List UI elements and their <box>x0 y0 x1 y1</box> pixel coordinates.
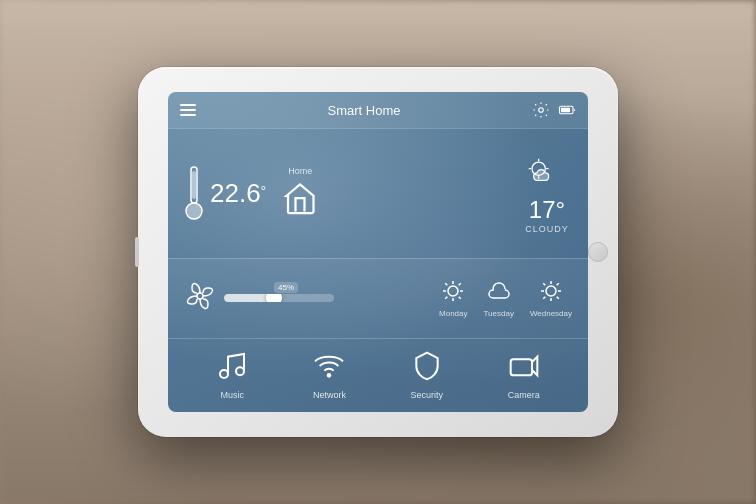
svg-point-11 <box>197 293 203 299</box>
music-label: Music <box>221 390 245 400</box>
security-label: Security <box>411 390 444 400</box>
section-top: 22.6° Home <box>168 128 588 258</box>
home-icon <box>282 180 318 220</box>
svg-line-20 <box>459 283 461 285</box>
tablet: Smart Home <box>138 67 618 437</box>
svg-line-17 <box>445 283 447 285</box>
svg-rect-2 <box>561 108 570 113</box>
weather-widget: 17° CLOUDY <box>522 152 572 234</box>
forecast-tuesday: Tuesday <box>484 279 514 318</box>
indoor-temp: 22.6° <box>210 178 266 209</box>
temperature-widget: 22.6° <box>184 163 266 223</box>
svg-point-32 <box>328 374 331 377</box>
app-camera[interactable]: Camera <box>508 350 540 400</box>
tuesday-label: Tuesday <box>484 309 514 318</box>
weather-condition: CLOUDY <box>525 224 569 234</box>
svg-line-27 <box>557 296 559 298</box>
scene: Smart Home <box>0 0 756 504</box>
forecast-wednesday: Wednesday <box>530 279 572 318</box>
svg-point-0 <box>539 108 544 113</box>
header-icons <box>532 101 576 119</box>
svg-line-28 <box>543 296 545 298</box>
monday-label: Monday <box>439 309 467 318</box>
day-forecast: Monday Tuesday <box>439 279 572 318</box>
header: Smart Home <box>168 92 588 128</box>
side-button[interactable] <box>135 237 139 267</box>
cloud-icon-tuesday <box>487 279 511 307</box>
app-title: Smart Home <box>196 103 532 118</box>
section-bottom: Music Network <box>168 338 588 412</box>
battery-icon <box>558 101 576 119</box>
section-middle: 45% <box>168 258 588 338</box>
settings-icon[interactable] <box>532 101 550 119</box>
wednesday-label: Wednesday <box>530 309 572 318</box>
svg-point-4 <box>186 203 202 219</box>
menu-button[interactable] <box>180 104 196 116</box>
fan-slider[interactable]: 45% <box>224 294 334 302</box>
slider-thumb <box>266 294 282 302</box>
svg-line-19 <box>445 296 447 298</box>
forecast-monday: Monday <box>439 279 467 318</box>
app-security[interactable]: Security <box>411 350 444 400</box>
svg-rect-33 <box>510 359 531 375</box>
svg-point-31 <box>236 367 244 375</box>
weather-temp: 17° <box>529 196 565 224</box>
thermometer-icon <box>184 163 204 223</box>
shield-icon <box>411 350 443 386</box>
app-network[interactable]: Network <box>313 350 346 400</box>
slider-track <box>224 294 334 302</box>
svg-point-12 <box>448 286 458 296</box>
cloud-icon <box>522 152 572 196</box>
svg-line-18 <box>459 296 461 298</box>
fan-icon <box>184 280 216 316</box>
screen: Smart Home <box>168 92 588 412</box>
sun-icon-wednesday <box>539 279 563 307</box>
svg-point-21 <box>546 286 556 296</box>
home-button[interactable] <box>588 242 608 262</box>
camera-icon <box>508 350 540 386</box>
music-icon <box>216 350 248 386</box>
fan-speed-label: 45% <box>274 282 298 293</box>
svg-line-26 <box>543 283 545 285</box>
sun-icon-monday <box>441 279 465 307</box>
camera-label: Camera <box>508 390 540 400</box>
home-widget[interactable]: Home <box>282 166 318 220</box>
wifi-icon <box>313 350 345 386</box>
app-music[interactable]: Music <box>216 350 248 400</box>
svg-line-29 <box>557 283 559 285</box>
network-label: Network <box>313 390 346 400</box>
svg-point-30 <box>220 370 228 378</box>
svg-rect-5 <box>192 171 196 199</box>
